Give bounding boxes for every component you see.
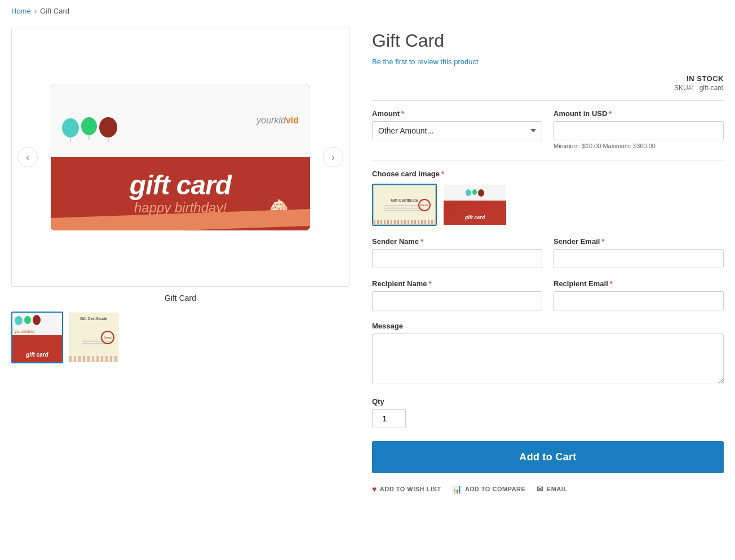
sender-row: Sender Name* Sender Email* xyxy=(372,237,724,268)
amount-usd-input[interactable] xyxy=(554,121,724,140)
wishlist-label: ADD TO WISH LIST xyxy=(380,486,441,492)
amount-select[interactable]: Other Amount... $10.00 $25.00 $50.00 $10… xyxy=(372,121,542,140)
sender-email-input[interactable] xyxy=(554,249,724,268)
cert-stamp: Bonus xyxy=(418,199,431,211)
product-title: Gift Card xyxy=(372,30,724,51)
compare-link[interactable]: 📊 ADD TO COMPARE xyxy=(452,485,525,494)
heart-icon: ♥ xyxy=(372,485,377,494)
card-images-row: Gift Certificate Bonus xyxy=(372,184,724,226)
sender-email-group: Sender Email* xyxy=(554,237,724,268)
min-max-note: Minimum: $10.00 Maximum: $300.00 xyxy=(554,143,724,149)
qty-label: Qty xyxy=(372,397,724,406)
divider xyxy=(372,161,724,161)
compare-label: ADD TO COMPARE xyxy=(465,486,525,492)
recipient-name-input[interactable] xyxy=(372,291,542,310)
stock-status: IN STOCK xyxy=(372,74,724,83)
gift-card-text: gift card xyxy=(130,172,231,199)
left-column: ‹ yo xyxy=(11,28,349,494)
required-star: * xyxy=(401,109,404,118)
choose-card-label: Choose card image* xyxy=(372,170,724,178)
message-textarea[interactable] xyxy=(372,334,724,384)
sender-name-input[interactable] xyxy=(372,249,542,268)
breadcrumb: Home › Gift Card xyxy=(0,0,735,22)
email-label: EMAIL xyxy=(547,486,568,492)
confetti-decoration xyxy=(51,87,310,120)
recipient-email-input[interactable] xyxy=(554,291,724,310)
required-star: * xyxy=(420,237,423,246)
email-icon: ✉ xyxy=(537,485,544,494)
required-star: * xyxy=(609,109,612,118)
actions-row: ♥ ADD TO WISH LIST 📊 ADD TO COMPARE ✉ EM… xyxy=(372,485,724,494)
thumbnail-list: yourkidvid gift card Gift Certificate Bo… xyxy=(11,312,349,363)
recipient-row: Recipient Name* Recipient Email* xyxy=(372,279,724,310)
product-image: yourkidvid gift card happy birthday! 🧁 xyxy=(51,84,310,230)
recipient-name-group: Recipient Name* xyxy=(372,279,542,310)
breadcrumb-home[interactable]: Home xyxy=(11,7,31,15)
breadcrumb-separator: › xyxy=(34,7,37,15)
amount-usd-group: Amount in USD* Minimum: $10.00 Maximum: … xyxy=(554,109,724,149)
image-caption: Gift Card xyxy=(11,294,349,303)
sender-email-label: Sender Email* xyxy=(554,237,724,246)
qty-group: Qty 1 xyxy=(372,397,724,428)
sender-name-label: Sender Name* xyxy=(372,237,542,246)
amount-group: Amount* Other Amount... $10.00 $25.00 $5… xyxy=(372,109,542,149)
recipient-email-group: Recipient Email* xyxy=(554,279,724,310)
bday-card-text: gift card xyxy=(444,215,506,220)
stock-sku-area: IN STOCK SKU#: gift-card xyxy=(372,74,724,92)
amount-row: Amount* Other Amount... $10.00 $25.00 $5… xyxy=(372,109,724,149)
sku-label: SKU#: xyxy=(674,84,694,92)
thumbnail-item[interactable]: yourkidvid gift card xyxy=(11,312,63,363)
right-column: Gift Card Be the first to review this pr… xyxy=(372,28,724,494)
message-group: Message xyxy=(372,322,724,386)
required-star: * xyxy=(601,237,604,246)
sku-value: gift-card xyxy=(699,84,724,92)
next-image-button[interactable]: › xyxy=(323,147,343,167)
message-label: Message xyxy=(372,322,724,330)
amount-label: Amount* xyxy=(372,109,542,118)
thumbnail-item[interactable]: Gift Certificate Bonus xyxy=(68,312,119,363)
qty-input[interactable]: 1 xyxy=(372,409,406,428)
amount-usd-label: Amount in USD* xyxy=(554,109,724,118)
wishlist-link[interactable]: ♥ ADD TO WISH LIST xyxy=(372,485,441,494)
sku-line: SKU#: gift-card xyxy=(372,84,724,92)
required-star: * xyxy=(441,170,444,178)
required-star: * xyxy=(610,279,613,288)
required-star: * xyxy=(429,279,432,288)
review-link[interactable]: Be the first to review this product xyxy=(372,57,479,66)
divider xyxy=(372,100,724,101)
card-option-birthday[interactable]: gift card xyxy=(442,184,507,226)
sender-name-group: Sender Name* xyxy=(372,237,542,268)
email-link[interactable]: ✉ EMAIL xyxy=(537,485,567,494)
recipient-email-label: Recipient Email* xyxy=(554,279,724,288)
breadcrumb-current: Gift Card xyxy=(40,7,69,15)
card-option-certificate[interactable]: Gift Certificate Bonus xyxy=(372,184,437,226)
main-image-container: ‹ yo xyxy=(11,28,349,287)
compare-icon: 📊 xyxy=(452,485,462,494)
prev-image-button[interactable]: ‹ xyxy=(17,147,38,167)
cert-card-title: Gift Certificate xyxy=(391,198,418,202)
page-container: ‹ yo xyxy=(0,22,735,516)
recipient-name-label: Recipient Name* xyxy=(372,279,542,288)
add-to-cart-button[interactable]: Add to Cart xyxy=(372,441,724,473)
choose-card-section: Choose card image* Gift Certificate Bonu… xyxy=(372,170,724,226)
